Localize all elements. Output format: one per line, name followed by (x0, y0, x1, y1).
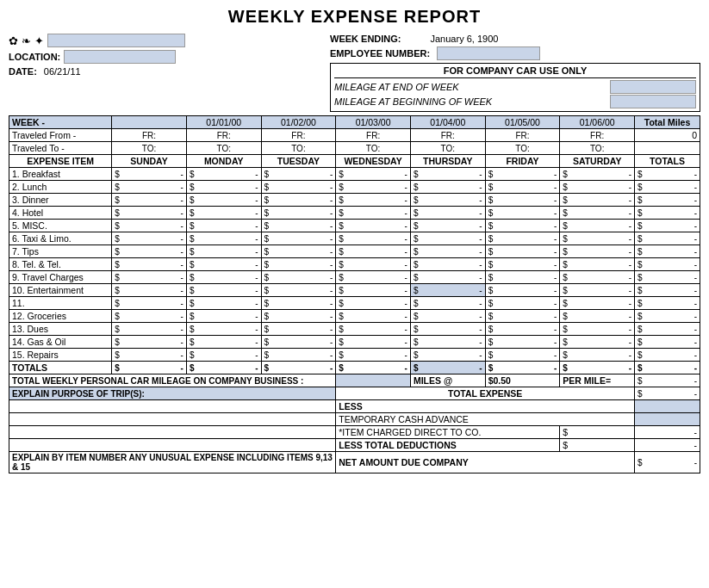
item-label-4: 5. MISC. (9, 220, 112, 232)
mileage-begin-input[interactable] (610, 95, 696, 108)
temp-advance-row: TEMPORARY CASH ADVANCE (9, 413, 700, 426)
item-7-day-2: $- (261, 258, 336, 271)
item-1-day-1: $- (186, 181, 261, 194)
item-9-day-5: $- (485, 284, 560, 297)
item-3-day-6: $- (560, 207, 635, 220)
totals-label: TOTALS (9, 362, 112, 374)
blank-left-1 (9, 400, 336, 413)
item-charged-row: *ITEM CHARGED DIRECT TO CO. $ - (9, 426, 700, 439)
employee-number-input[interactable] (437, 46, 540, 60)
mileage-end-input[interactable] (610, 80, 696, 94)
item-5-day-4: $- (410, 232, 485, 245)
item-6-day-4: $- (410, 245, 485, 258)
item-2-day-1: $- (186, 194, 261, 207)
item-2-day-6: $- (560, 194, 635, 207)
item-label-14: 15. Repairs (9, 349, 112, 362)
icon-2: ❧ (22, 34, 31, 47)
col-monday-header: MONDAY (186, 155, 261, 168)
totals-tue: $- (261, 362, 336, 374)
item-1-day-2: $- (261, 181, 336, 194)
item-9-day-0: $- (112, 284, 187, 297)
item-12-day-4: $- (410, 323, 485, 336)
item-4-day-1: $- (186, 220, 261, 232)
item-3-day-2: $- (261, 207, 336, 220)
purpose-row: EXPLAIN PURPOSE OF TRIP(S): TOTAL EXPENS… (9, 387, 700, 400)
from-day-0: FR: (112, 129, 187, 142)
mileage-end-row: MILEAGE AT END OF WEEK (334, 80, 696, 94)
item-charged-value: - (635, 426, 700, 439)
week-date-4: 01/05/00 (485, 116, 560, 129)
item-11-day-2: $- (261, 310, 336, 323)
item-1-day-3: $- (336, 181, 411, 194)
item-12-day-3: $- (336, 323, 411, 336)
item-13-day-0: $- (112, 336, 187, 349)
blank-left-3 (9, 426, 336, 439)
totals-sat: $- (560, 362, 635, 374)
item-0-day-1: $- (186, 168, 261, 181)
item-8-day-6: $- (560, 271, 635, 284)
item-0-day-5: $- (485, 168, 560, 181)
item-6-day-0: $- (112, 245, 187, 258)
expense-row-6: 7. Tips$-$-$-$-$-$-$-$- (9, 245, 700, 258)
totals-thu: $- (410, 362, 485, 374)
mileage-input-cell[interactable] (336, 374, 411, 387)
item-14-day-2: $- (261, 349, 336, 362)
item-label-13: 14. Gas & Oil (9, 336, 112, 349)
to-day-6: TO: (560, 142, 635, 155)
item-0-day-2: $- (261, 168, 336, 181)
item-0-day-6: $- (560, 168, 635, 181)
item-7-day-5: $- (485, 258, 560, 271)
item-charged-dollar: $ (560, 426, 635, 439)
week-date-2: 01/03/00 (336, 116, 411, 129)
to-day-4: TO: (410, 142, 485, 155)
item-11-day-3: $- (336, 310, 411, 323)
item-4-day-6: $- (560, 220, 635, 232)
item-7-day-3: $- (336, 258, 411, 271)
to-totals-empty (635, 142, 700, 155)
to-day-0: TO: (112, 142, 187, 155)
item-5-day-6: $- (560, 232, 635, 245)
company-car-box: FOR COMPANY CAR USE ONLY MILEAGE AT END … (330, 63, 700, 112)
location-input[interactable] (64, 50, 176, 64)
mileage-begin-row: MILEAGE AT BEGINNING OF WEEK (334, 95, 696, 108)
item-9-total: $- (635, 284, 700, 297)
item-label-2: 3. Dinner (9, 194, 112, 207)
totals-row: TOTALS $- $- $- $- $- $- $- $- (9, 362, 700, 374)
item-8-day-2: $- (261, 271, 336, 284)
col-wednesday-header: WEDNESDAY (336, 155, 411, 168)
item-5-day-5: $- (485, 232, 560, 245)
temp-advance-value (635, 413, 700, 426)
location-label: LOCATION: (9, 52, 60, 62)
item-8-total: $- (635, 271, 700, 284)
less-label: LESS (336, 400, 635, 413)
item-label-10: 11. (9, 297, 112, 310)
item-8-day-0: $- (112, 271, 187, 284)
item-8-day-4: $- (410, 271, 485, 284)
name-input[interactable] (47, 34, 185, 47)
item-6-day-5: $- (485, 245, 560, 258)
header-left: ✿ ❧ ✦ LOCATION: DATE: 06/21/11 (9, 34, 302, 112)
item-8-day-3: $- (336, 271, 411, 284)
less-total-dollar: $ (560, 439, 635, 452)
item-2-day-0: $- (112, 194, 187, 207)
item-0-total: $- (635, 168, 700, 181)
item-4-day-3: $- (336, 220, 411, 232)
col-item-header: EXPENSE ITEM (9, 155, 112, 168)
item-10-day-1: $- (186, 297, 261, 310)
col-thursday-header: THURSDAY (410, 155, 485, 168)
item-12-day-0: $- (112, 323, 187, 336)
item-12-day-1: $- (186, 323, 261, 336)
totals-fri: $- (485, 362, 560, 374)
item-11-day-5: $- (485, 310, 560, 323)
item-1-day-0: $- (112, 181, 187, 194)
icon-row: ✿ ❧ ✦ (9, 34, 302, 47)
expense-row-3: 4. Hotel$-$-$-$-$-$-$-$- (9, 207, 700, 220)
item-12-day-5: $- (485, 323, 560, 336)
mileage-end-label: MILEAGE AT END OF WEEK (334, 82, 459, 92)
to-day-1: TO: (186, 142, 261, 155)
item-label-3: 4. Hotel (9, 207, 112, 220)
item-label-12: 13. Dues (9, 323, 112, 336)
expense-body: 1. Breakfast$-$-$-$-$-$-$-$-2. Lunch$-$-… (9, 168, 700, 362)
item-14-day-0: $- (112, 349, 187, 362)
item-2-day-3: $- (336, 194, 411, 207)
